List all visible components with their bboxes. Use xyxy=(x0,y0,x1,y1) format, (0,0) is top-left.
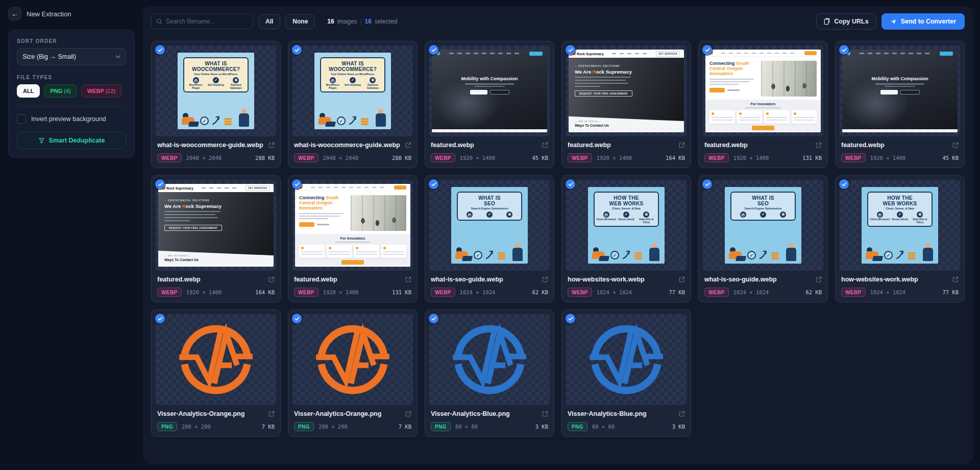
image-card[interactable]: Rock Supremacy GET SERVICES — GEOTECHNIC… xyxy=(151,175,281,302)
external-link-icon[interactable] xyxy=(679,276,685,283)
preview-section-title: For Innovators xyxy=(709,102,817,106)
image-filename: featured.webp xyxy=(704,142,748,149)
external-link-icon[interactable] xyxy=(268,142,275,148)
image-card[interactable]: WHAT IS WOOCOMMERCE? Your Online Store o… xyxy=(151,41,281,168)
copy-urls-label: Copy URLs xyxy=(834,18,868,25)
file-type-filter: ALL PNG (4) WEBP (12) xyxy=(17,84,126,98)
selected-checkbox[interactable] xyxy=(839,45,849,55)
preview-website-rock: Rock Supremacy GET SERVICES — GEOTECHNIC… xyxy=(569,50,684,132)
selected-checkbox[interactable] xyxy=(155,314,165,323)
invert-background-checkbox[interactable] xyxy=(17,114,26,124)
selected-checkbox[interactable] xyxy=(429,45,438,55)
main-panel: All None 16 images | 16 selected Copy UR… xyxy=(143,6,973,464)
external-link-icon[interactable] xyxy=(816,276,822,283)
preview-nav-button: GET SERVICES xyxy=(656,51,680,57)
selected-checkbox[interactable] xyxy=(566,179,575,189)
back-button[interactable]: ← xyxy=(8,7,21,20)
smart-deduplicate-button[interactable]: Smart Deduplicate xyxy=(17,132,126,149)
invert-background-toggle[interactable]: Invert preview background xyxy=(17,114,126,124)
illustration-title: HOW THE xyxy=(870,195,930,201)
select-none-button[interactable]: None xyxy=(285,14,315,29)
copy-urls-button[interactable]: Copy URLs xyxy=(816,13,876,30)
feature-icon: ✓ xyxy=(213,77,219,83)
image-card[interactable]: HOW THE WEB WORKS Client, Server, & Data… xyxy=(835,175,965,302)
filter-webp-button[interactable]: WEBP (12) xyxy=(81,84,121,98)
selected-checkbox[interactable] xyxy=(702,45,712,55)
preview-tagline: — GEOTECHNICAL SOLUTIONS xyxy=(575,65,684,67)
preview-illustration: WHAT IS WOOCOMMERCE? Your Online Store o… xyxy=(314,53,391,129)
image-card[interactable]: Mobility with Compassion featured.webp W… xyxy=(835,41,965,168)
filter-png-button[interactable]: PNG (4) xyxy=(44,84,77,98)
selected-checkbox[interactable] xyxy=(566,314,575,323)
sort-order-select[interactable]: Size (Big → Small) xyxy=(17,48,126,65)
external-link-icon[interactable] xyxy=(952,276,959,283)
format-badge: PNG xyxy=(568,422,587,431)
external-link-icon[interactable] xyxy=(405,276,411,283)
selected-checkbox[interactable] xyxy=(292,314,302,323)
send-to-converter-label: Send to Converter xyxy=(901,18,956,25)
image-dimensions: 2048 × 2048 xyxy=(186,155,222,161)
image-card[interactable]: Rock Supremacy GET SERVICES — GEOTECHNIC… xyxy=(561,41,691,168)
format-badge: PNG xyxy=(431,422,451,431)
illustration-center-graphics: ✓ xyxy=(200,115,232,125)
external-link-icon[interactable] xyxy=(679,411,685,417)
preview-cta-button: REQUEST YOUR FREE ASSESSMENT xyxy=(575,90,632,97)
external-link-icon[interactable] xyxy=(542,411,548,417)
image-card[interactable]: WHAT IS WOOCOMMERCE? Your Online Store o… xyxy=(288,41,418,168)
external-link-icon[interactable] xyxy=(679,142,685,148)
file-size: 288 KB xyxy=(255,155,275,161)
image-dimensions: 60 × 60 xyxy=(592,424,615,430)
image-card[interactable]: WHAT IS SEO Search Engine Optimization ⦿… xyxy=(698,175,828,302)
illustration-center-graphics: ✓ xyxy=(747,249,779,260)
external-link-icon[interactable] xyxy=(405,411,411,417)
growth-arrow-icon xyxy=(895,249,905,260)
selected-checkbox[interactable] xyxy=(839,179,849,189)
illustration-title: WHAT IS xyxy=(323,61,383,66)
external-link-icon[interactable] xyxy=(405,142,411,148)
selected-count: 16 xyxy=(365,18,372,25)
selected-checkbox[interactable] xyxy=(429,314,438,323)
select-all-button[interactable]: All xyxy=(258,14,280,29)
external-link-icon[interactable] xyxy=(816,142,822,148)
filter-webp-count: (12) xyxy=(106,88,116,94)
image-preview: Rock Supremacy GET SERVICES — GEOTECHNIC… xyxy=(566,45,687,136)
image-card[interactable]: Visser-Analytics-Blue.png PNG 60 × 60 3 … xyxy=(561,310,691,437)
selected-checkbox[interactable] xyxy=(155,179,165,189)
preview-navbar xyxy=(295,184,410,191)
image-preview xyxy=(566,314,687,405)
image-card[interactable]: Visser-Analytics-Orange.png PNG 200 × 20… xyxy=(151,310,281,437)
feature-label: Client (Browser) xyxy=(596,218,616,221)
filter-all-label: ALL xyxy=(23,88,34,94)
selected-checkbox[interactable] xyxy=(292,179,302,189)
selected-checkbox[interactable] xyxy=(155,45,165,55)
selected-checkbox[interactable] xyxy=(566,45,575,55)
external-link-icon[interactable] xyxy=(542,142,548,148)
image-card[interactable]: Mobility with Compassion featured.webp W… xyxy=(425,41,554,168)
image-card[interactable]: Connecting SouthCentral OregonInnovators… xyxy=(288,175,418,302)
image-dimensions: 60 × 60 xyxy=(455,424,478,430)
external-link-icon[interactable] xyxy=(542,276,548,283)
external-link-icon[interactable] xyxy=(268,276,275,283)
image-card[interactable]: Visser-Analytics-Orange.png PNG 200 × 20… xyxy=(288,310,418,437)
external-link-icon[interactable] xyxy=(952,142,959,148)
selected-checkbox[interactable] xyxy=(429,179,438,189)
image-card[interactable]: Visser-Analytics-Blue.png PNG 60 × 60 3 … xyxy=(425,310,554,437)
feature-icon: ⚙ xyxy=(370,77,376,83)
format-badge: WEBP xyxy=(841,288,866,297)
send-to-converter-button[interactable]: Send to Converter xyxy=(881,13,965,30)
feature-label: Sell Anything xyxy=(345,84,361,87)
selected-checkbox[interactable] xyxy=(702,179,712,189)
selected-checkbox[interactable] xyxy=(292,45,302,55)
growth-arrow-icon xyxy=(348,115,358,125)
filter-all-button[interactable]: ALL xyxy=(17,84,40,98)
image-card[interactable]: Connecting SouthCentral OregonInnovators… xyxy=(698,41,828,168)
image-preview: HOW THE WEB WORKS Client, Server, & Data… xyxy=(840,180,960,271)
file-size: 131 KB xyxy=(392,289,411,295)
image-dimensions: 1920 × 1400 xyxy=(186,289,222,295)
image-card[interactable]: WHAT IS SEO Search Engine Optimization ⦿… xyxy=(425,175,554,302)
search-input[interactable] xyxy=(166,18,248,25)
external-link-icon[interactable] xyxy=(268,411,275,417)
search-box[interactable] xyxy=(151,14,253,29)
image-card[interactable]: HOW THE WEB WORKS Client, Server, & Data… xyxy=(561,175,691,302)
format-badge: WEBP xyxy=(157,153,182,162)
